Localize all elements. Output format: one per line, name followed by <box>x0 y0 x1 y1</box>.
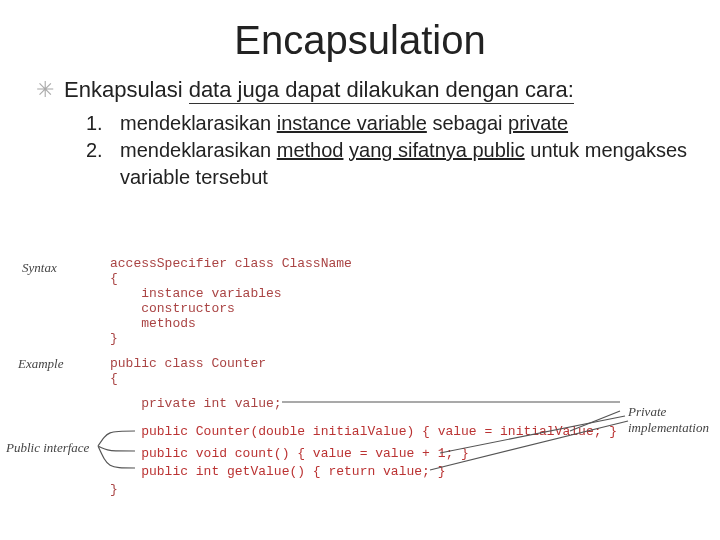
t: mendeklarasikan <box>120 112 277 134</box>
public-line-2: public void count() { value = value + 1;… <box>110 446 469 461</box>
label-public-interface: Public interface <box>6 440 89 456</box>
label-syntax: Syntax <box>22 260 57 276</box>
t: private <box>508 112 568 134</box>
t: mendeklarasikan <box>120 139 277 161</box>
public-line-1: public Counter(double initialValue) { va… <box>110 424 617 439</box>
bullet-row: ✳ Enkapsulasi data juga dapat dilakukan … <box>36 77 690 104</box>
label-private-impl: Private implementation <box>628 404 718 435</box>
syntax-code: accessSpecifier class ClassName { instan… <box>110 256 352 346</box>
t: method <box>277 139 344 161</box>
list-body: mendeklarasikan method yang sifatnya pub… <box>120 137 690 191</box>
list-item: 2. mendeklarasikan method yang sifatnya … <box>86 137 690 191</box>
asterisk-icon: ✳ <box>36 79 54 101</box>
private-line: private int value; <box>110 396 282 411</box>
intro-underlined: data juga dapat dilakukan dengan cara: <box>189 77 574 104</box>
diagram-area: Syntax accessSpecifier class ClassName {… <box>0 256 720 506</box>
list-item: 1. mendeklarasikan instance variable seb… <box>86 110 690 137</box>
t: yang sifatnya public <box>349 139 525 161</box>
example-head: public class Counter { <box>110 356 266 386</box>
slide-title: Encapsulation <box>30 18 690 63</box>
intro-text: Enkapsulasi data juga dapat dilakukan de… <box>64 77 574 104</box>
list-body: mendeklarasikan instance variable sebaga… <box>120 110 568 137</box>
intro-prefix: Enkapsulasi <box>64 77 183 104</box>
list-number: 2. <box>86 137 106 191</box>
list-number: 1. <box>86 110 106 137</box>
public-line-3: public int getValue() { return value; } <box>110 464 445 479</box>
t: sebagai <box>427 112 508 134</box>
t: instance variable <box>277 112 427 134</box>
example-close: } <box>110 482 118 497</box>
numbered-list: 1. mendeklarasikan instance variable seb… <box>86 110 690 191</box>
label-example: Example <box>18 356 63 372</box>
